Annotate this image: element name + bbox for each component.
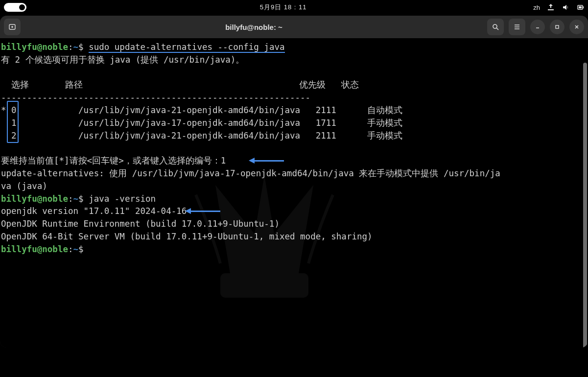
maximize-button[interactable] xyxy=(550,20,564,34)
output-line: 有 2 个候选项可用于替换 java (提供 /usr/bin/java)。 xyxy=(1,55,244,65)
annotation-selection-box xyxy=(7,101,19,143)
terminal-viewport[interactable]: billyfu@noble:~$ sudo update-alternative… xyxy=(0,38,588,348)
system-topbar: 5月9日 18 : 11 zh xyxy=(0,0,588,15)
battery-icon[interactable] xyxy=(576,3,584,11)
svg-rect-1 xyxy=(583,6,584,8)
window-title: billyfu@noble: ~ xyxy=(21,23,487,31)
terminal-content: billyfu@noble:~$ sudo update-alternative… xyxy=(0,41,586,256)
version-line-1: openjdk version "17.0.11" 2024-04-16 xyxy=(1,206,187,216)
input-method-indicator[interactable]: zh xyxy=(533,4,540,11)
user-input-1: 1 xyxy=(221,156,226,165)
new-tab-button[interactable] xyxy=(4,19,21,35)
volume-icon[interactable] xyxy=(562,3,569,11)
prompt-user: billyfu@noble xyxy=(1,42,68,52)
terminal-window: billyfu@noble: ~ bil xyxy=(0,16,588,348)
prompt-path: ~ xyxy=(73,244,79,254)
alt-table-dashes: ----------------------------------------… xyxy=(1,93,310,102)
annotation-arrow-version xyxy=(185,208,220,214)
window-titlebar: billyfu@noble: ~ xyxy=(0,16,588,38)
menu-button[interactable] xyxy=(509,19,525,35)
alt-row-2: 2 /usr/lib/jvm/java-21-openjdk-amd64/bin… xyxy=(1,131,402,141)
annotation-arrow-input xyxy=(249,158,284,164)
svg-rect-6 xyxy=(220,273,308,298)
prompt-user: billyfu@noble xyxy=(1,244,68,254)
command-2: java -version xyxy=(89,194,156,204)
minimize-button[interactable] xyxy=(530,20,545,34)
prompt-path: ~ xyxy=(73,42,79,52)
terminal-scrollbar[interactable] xyxy=(583,63,587,348)
alt-table-header: 选择 路径 优先级 状态 xyxy=(1,80,359,90)
alt-row-0: * 0 /usr/lib/jvm/java-21-openjdk-amd64/b… xyxy=(1,105,402,115)
output-line: update-alternatives: 使用 /usr/lib/jvm/jav… xyxy=(1,168,500,178)
prompt-path: ~ xyxy=(73,194,79,204)
network-icon[interactable] xyxy=(547,3,555,11)
prompt-dollar: $ xyxy=(78,42,89,52)
command-1: sudo update-alternatives --config java xyxy=(89,42,284,53)
search-button[interactable] xyxy=(487,19,504,35)
input-prompt-line: 要维持当前值[*]请按<回车键>，或者键入选择的编号：1 xyxy=(1,156,226,165)
prompt-user: billyfu@noble xyxy=(1,194,68,204)
alt-row-1: 1 /usr/lib/jvm/java-17-openjdk-amd64/bin… xyxy=(1,118,402,128)
svg-rect-2 xyxy=(579,6,582,8)
prompt-colon: : xyxy=(68,42,73,52)
activities-pill[interactable] xyxy=(4,3,33,12)
svg-rect-5 xyxy=(556,25,559,28)
version-line-2: OpenJDK Runtime Environment (build 17.0.… xyxy=(1,219,280,229)
clock[interactable]: 5月9日 18 : 11 xyxy=(33,3,533,12)
close-button[interactable] xyxy=(569,20,584,34)
version-line-3: OpenJDK 64-Bit Server VM (build 17.0.11+… xyxy=(1,232,373,241)
svg-point-4 xyxy=(493,24,497,28)
output-line: va (java) xyxy=(1,181,47,191)
